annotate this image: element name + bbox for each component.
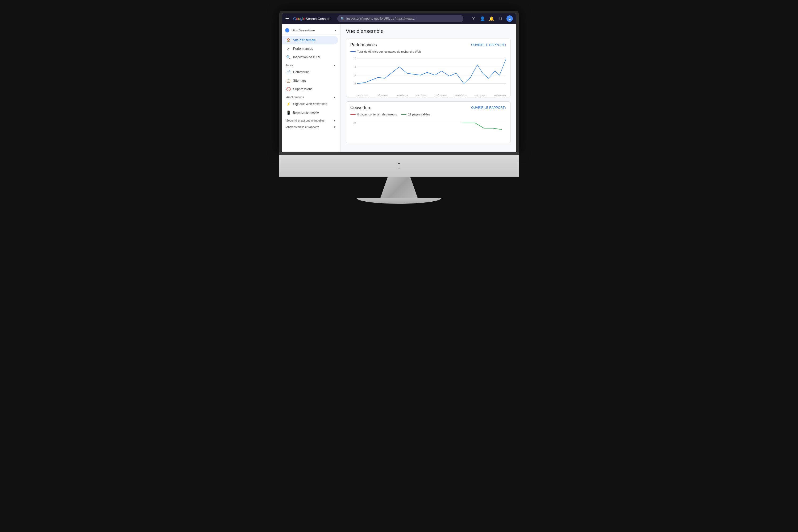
card-title-performances: Performances [350,42,377,48]
sidebar-item-suppressions[interactable]: 🚫 Suppressions [282,85,338,93]
section-collapse-icon[interactable]: ▲ [333,64,336,67]
main-content: Vue d'ensemble Performances OUVRIR LE RA… [341,24,516,152]
x-label: 08/03/2021 [494,94,506,97]
legend-label: 0 pages contenant des erreurs [357,113,397,116]
couverture-report-link[interactable]: OUVRIR LE RAPPORT › [471,106,506,110]
couverture-chart-svg: 30 [350,120,506,136]
x-label: 24/02/2021 [435,94,447,97]
suppressions-icon: 🚫 [286,87,290,91]
sidebar-item-label: Ergonomie mobile [293,111,319,114]
app-logo: Google Search Console [293,17,330,21]
x-label: 20/02/2021 [416,94,428,97]
legend-green-dot [401,114,406,115]
sidebar-item-label: Suppressions [293,87,312,91]
sidebar-item-vue-densemble[interactable]: 🏠 Vue d'ensemble [282,36,338,44]
sidebar: https://www.//wwe ▼ 🏠 Vue d'ensemble ↗ P… [282,24,341,152]
section-title: Sécurité et actions manuelles [286,119,324,122]
sidebar-item-couverture[interactable]: 📄 Couverture [282,68,338,76]
apple-logo-area:  [279,155,519,177]
x-label: 16/02/2021 [396,94,408,97]
site-icon [285,28,289,33]
page-title: Vue d'ensemble [346,28,511,34]
x-axis-labels: 08/02/2021 12/02/2021 16/02/2021 20/02/2… [350,94,506,97]
sidebar-item-label: Performances [293,47,313,51]
sidebar-item-sitemaps[interactable]: 📋 Sitemaps [282,76,338,85]
sidebar-item-label: Couverture [293,70,309,74]
couverture-card: Couverture OUVRIR LE RAPPORT › 0 pages c… [346,101,511,144]
performances-chart: 12 8 4 0 [350,55,506,93]
inspection-icon: 🔍 [286,55,290,59]
mobile-icon: 📱 [286,110,290,115]
site-url: https://www.//wwe [291,29,332,32]
x-label: 12/02/2021 [376,94,388,97]
performances-icon: ↗ [286,46,290,51]
section-title: Anciens outils et rapports [286,125,319,129]
performances-card-body: Total de 96 clics sur les pages de reche… [346,50,510,97]
sidebar-section-anciens[interactable]: Anciens outils et rapports ▼ [282,123,340,130]
report-link-text: OUVRIR LE RAPPORT [471,106,505,110]
section-expand-icon[interactable]: ▼ [333,126,336,129]
dropdown-arrow-icon: ▼ [334,29,337,32]
x-label: 08/02/2021 [357,94,369,97]
apple-logo:  [397,161,401,171]
svg-text:0: 0 [355,82,356,85]
sidebar-item-label: Sitemaps [293,79,306,82]
topbar: ☰ Google Search Console 🔍 Inspecter n'im… [282,13,516,24]
sidebar-item-label: Signaux Web essentiels [293,102,327,106]
card-header-couverture: Couverture OUVRIR LE RAPPORT › [346,101,510,113]
performances-card: Performances OUVRIR LE RAPPORT › Total d… [346,39,511,97]
avatar[interactable]: a [507,15,513,22]
chevron-right-icon: › [505,106,506,110]
sidebar-section-ameliorations: Améliorations ▲ [282,93,340,100]
help-icon[interactable]: ? [470,15,477,22]
sidebar-item-signaux-web[interactable]: ⚡ Signaux Web essentiels [282,100,338,108]
performances-legend: Total de 96 clics sur les pages de reche… [350,50,506,53]
notification-icon[interactable]: 🔔 [488,15,495,22]
account-icon[interactable]: 👤 [479,15,486,22]
signaux-icon: ⚡ [286,102,290,106]
svg-text:12: 12 [354,57,356,60]
topbar-icons: ? 👤 🔔 ⠿ a [470,15,513,22]
performance-line [357,58,506,83]
screen-bottom-edge [279,152,519,155]
sidebar-item-performances[interactable]: ↗ Performances [282,44,338,53]
legend-blue-dot [350,51,356,52]
sidebar-section-securite[interactable]: Sécurité et actions manuelles ▼ [282,117,340,123]
svg-text:30: 30 [354,121,356,124]
apps-icon[interactable]: ⠿ [497,15,504,22]
section-expand-icon[interactable]: ▼ [333,119,336,122]
legend-label: Total de 96 clics sur les pages de reche… [357,50,421,53]
couverture-card-body: 0 pages contenant des erreurs 27 pages v… [346,113,510,143]
section-title: Améliorations [286,95,304,99]
search-placeholder: Inspecter n'importe quelle URL de 'https… [346,17,416,20]
search-icon: 🔍 [341,17,345,21]
section-collapse-icon[interactable]: ▲ [333,96,336,99]
legend-red-dot [350,114,356,115]
chevron-right-icon: › [505,43,506,47]
couverture-legend-valid: 27 pages valides [401,113,430,116]
couverture-line [462,123,502,130]
card-title-couverture: Couverture [350,105,371,110]
card-header-performances: Performances OUVRIR LE RAPPORT › [346,39,510,50]
couverture-chart: 30 [350,120,506,139]
sidebar-item-ergonomie-mobile[interactable]: 📱 Ergonomie mobile [282,108,338,117]
couverture-legend: 0 pages contenant des erreurs 27 pages v… [350,113,506,118]
x-label: 28/02/2021 [455,94,467,97]
svg-text:4: 4 [355,74,356,77]
performances-report-link[interactable]: OUVRIR LE RAPPORT › [471,43,506,47]
sidebar-item-label: Inspection de l'URL [293,55,321,59]
search-bar[interactable]: 🔍 Inspecter n'importe quelle URL de 'htt… [337,15,463,22]
couverture-legend-errors: 0 pages contenant des erreurs [350,113,397,116]
sidebar-item-inspection-url[interactable]: 🔍 Inspection de l'URL [282,53,338,61]
site-selector[interactable]: https://www.//wwe ▼ [282,26,340,35]
home-icon: 🏠 [286,38,290,42]
x-label: 04/03/2021 [475,94,487,97]
chart-svg: 12 8 4 0 [350,55,506,93]
main-layout: https://www.//wwe ▼ 🏠 Vue d'ensemble ↗ P… [282,24,516,152]
stand-neck [380,177,418,198]
svg-text:8: 8 [355,65,356,68]
sitemaps-icon: 📋 [286,78,290,83]
hamburger-icon[interactable]: ☰ [285,16,289,22]
legend-label: 27 pages valides [408,113,430,116]
sidebar-item-label: Vue d'ensemble [293,38,316,42]
